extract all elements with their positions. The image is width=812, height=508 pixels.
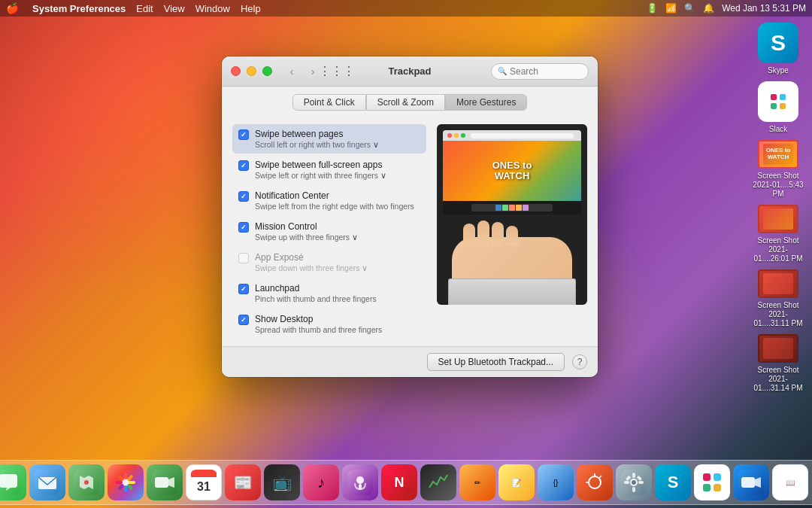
menubar-notification-icon[interactable]: 🔔 (703, 3, 714, 14)
dock-icon-scripteditor[interactable]: {} (538, 464, 574, 500)
option-swipe-pages-subtitle: Scroll left or right with two fingers ∨ (255, 140, 420, 149)
desktop: 🍎 System Preferences Edit View Window He… (0, 0, 812, 508)
search-input[interactable] (510, 66, 577, 77)
search-box[interactable]: 🔍 (491, 63, 589, 80)
dock-icon-slack2[interactable] (694, 464, 730, 500)
help-button[interactable]: ? (572, 354, 587, 370)
menubar-datetime: Wed Jan 13 5:31 PM (722, 3, 806, 14)
dock-icon-facetime[interactable] (147, 464, 183, 500)
option-swipe-fullscreen[interactable]: ✓ Swipe between full-screen apps Swipe l… (232, 155, 426, 184)
dock-icon-tv[interactable]: 📺 (264, 464, 300, 500)
svg-rect-28 (124, 473, 127, 479)
preview-mac-frame: ONES to WATCH (443, 130, 581, 224)
ss4-icon (758, 334, 798, 363)
svg-rect-55 (632, 473, 635, 478)
dock-icon-photos[interactable] (108, 464, 144, 500)
svg-rect-58 (638, 481, 644, 484)
dock-icon-pages[interactable]: ✏ (459, 464, 495, 500)
skype-icon: S (758, 23, 798, 63)
svg-rect-37 (155, 477, 168, 488)
tab-more-gestures[interactable]: More Gestures (445, 94, 527, 111)
desktop-icon-ss1[interactable]: ONES to WATCH Screen Shot2021-01....5:43… (752, 140, 804, 199)
desktop-icons-area: S Skype Slack ONES to WATCH (752, 23, 804, 393)
option-swipe-pages[interactable]: ✓ Swipe between pages Scroll left or rig… (232, 124, 426, 154)
menu-edit[interactable]: Edit (136, 3, 153, 14)
option-swipe-fullscreen-subtitle: Swipe left or right with three fingers ∨ (255, 171, 420, 180)
preview-hand-area (437, 218, 587, 305)
checkbox-launchpad[interactable]: ✓ (238, 284, 249, 294)
app-name[interactable]: System Preferences (32, 3, 126, 14)
menubar-battery-icon: 🔋 (647, 3, 658, 14)
svg-rect-1 (780, 94, 786, 100)
desktop-icon-ss4[interactable]: Screen Shot2021-01....31.14 PM (752, 334, 804, 393)
dock: 31 📰 📺 ♪ N ✏ � (0, 460, 812, 505)
back-button[interactable]: ‹ (283, 64, 301, 79)
checkbox-notification-center[interactable]: ✓ (238, 191, 249, 202)
menu-help[interactable]: Help (241, 3, 261, 14)
desktop-icon-skype[interactable]: S Skype (752, 23, 804, 75)
tab-point-click[interactable]: Point & Click (292, 94, 366, 111)
checkbox-app-expose[interactable] (238, 253, 249, 263)
dock-icon-books[interactable]: 📖 (772, 464, 808, 500)
tab-scroll-zoom[interactable]: Scroll & Zoom (366, 94, 445, 111)
svg-rect-62 (714, 473, 721, 481)
preview-image: ONES to WATCH (437, 124, 587, 305)
dock-icon-skype2[interactable]: S (655, 464, 691, 500)
preview-hand (452, 237, 572, 282)
ss3-label: Screen Shot2021-01....31.11 PM (752, 301, 804, 328)
svg-rect-66 (741, 477, 755, 488)
option-mission-control-title: Mission Control (255, 221, 420, 232)
menubar-wifi-icon: 📶 (665, 3, 677, 14)
dock-icon-podcasts[interactable] (342, 464, 378, 500)
apps-grid-button[interactable]: ⋮⋮⋮ (328, 64, 346, 79)
checkbox-swipe-pages[interactable]: ✓ (238, 129, 249, 140)
svg-text:31: 31 (197, 480, 211, 493)
checkbox-mission-control[interactable]: ✓ (238, 222, 249, 233)
dock-icon-mail[interactable] (29, 464, 65, 500)
desktop-icon-slack[interactable]: Slack (752, 81, 804, 134)
dock-icon-music[interactable]: ♪ (303, 464, 339, 500)
option-notification-center[interactable]: ✓ Notification Center Swipe left from th… (232, 186, 426, 215)
slack-icon (758, 81, 798, 122)
apple-menu[interactable]: 🍎 (6, 2, 19, 14)
dock-icon-calendar[interactable]: 31 (186, 464, 222, 500)
menubar-search-icon[interactable]: 🔍 (684, 3, 695, 14)
svg-rect-64 (714, 484, 721, 491)
dock-icon-news2[interactable]: N (381, 464, 417, 500)
dock-icon-news[interactable]: 📰 (225, 464, 261, 500)
dock-icon-messages[interactable] (0, 464, 26, 500)
nav-buttons: ‹ › (283, 64, 322, 79)
desktop-icon-ss2[interactable]: Screen Shot2021-01....26:01 PM (752, 205, 804, 263)
option-mission-control[interactable]: ✓ Mission Control Swipe up with three fi… (232, 217, 426, 246)
option-app-expose[interactable]: App Exposé Swipe down with three fingers… (232, 248, 426, 277)
titlebar: ‹ › ⋮⋮⋮ Trackpad 🔍 (222, 56, 598, 87)
dock-icon-maps[interactable] (68, 464, 105, 500)
minimize-button[interactable] (247, 66, 256, 76)
checkbox-show-desktop[interactable]: ✓ (238, 315, 249, 325)
option-mission-control-subtitle: Swipe up with three fingers ∨ (255, 233, 420, 242)
search-icon: 🔍 (498, 67, 507, 75)
close-button[interactable] (231, 66, 241, 76)
setup-bluetooth-button[interactable]: Set Up Bluetooth Trackpad... (427, 353, 565, 371)
option-app-expose-subtitle: Swipe down with three fingers ∨ (255, 263, 420, 272)
option-swipe-fullscreen-title: Swipe between full-screen apps (255, 160, 420, 170)
desktop-icon-ss3[interactable]: Screen Shot2021-01....31.11 PM (752, 269, 804, 328)
window-title: Trackpad (388, 65, 431, 77)
preview-dock (443, 201, 581, 214)
option-show-desktop-subtitle: Spread with thumb and three fingers (255, 325, 420, 334)
maximize-button[interactable] (262, 66, 272, 76)
menu-view[interactable]: View (164, 3, 185, 14)
svg-rect-0 (771, 94, 777, 100)
menu-window[interactable]: Window (195, 3, 230, 14)
dock-icon-zoom[interactable] (733, 464, 769, 500)
dock-icon-notes[interactable]: 📝 (498, 464, 535, 500)
svg-text:N: N (395, 475, 404, 490)
option-launchpad[interactable]: ✓ Launchpad Pinch with thumb and three f… (232, 278, 426, 308)
option-show-desktop[interactable]: ✓ Show Desktop Spread with thumb and thr… (232, 309, 426, 339)
checkbox-swipe-fullscreen[interactable]: ✓ (238, 160, 249, 171)
svg-rect-61 (703, 473, 710, 481)
option-swipe-pages-title: Swipe between pages (255, 129, 420, 139)
dock-icon-instruments[interactable] (577, 464, 613, 500)
dock-icon-stocks[interactable] (420, 464, 456, 500)
dock-icon-sysprefs[interactable] (616, 464, 652, 500)
